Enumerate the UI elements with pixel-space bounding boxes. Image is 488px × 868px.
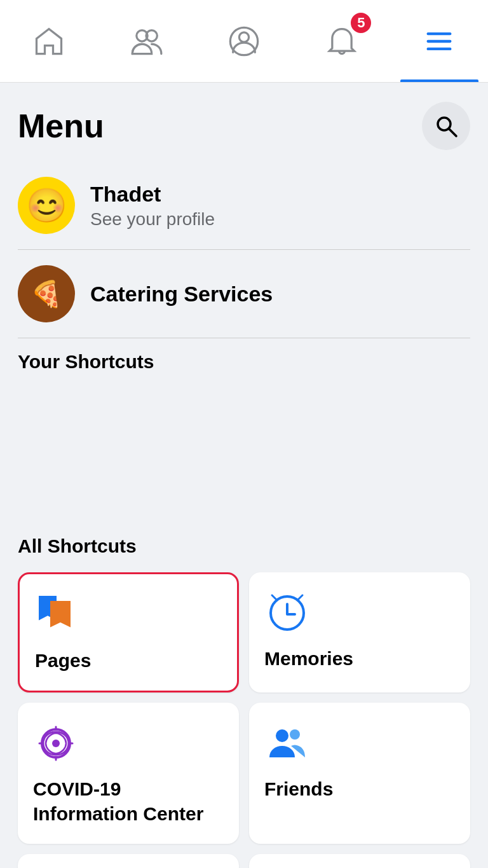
menu-content: Menu 😊 Thadet See your profile 🍕 Caterin [0,83,488,868]
nav-profile[interactable] [195,0,293,82]
pages-icon-wrapper [35,592,81,638]
friends-shortcut-label: Friends [264,776,333,801]
user-avatar: 😊 [18,177,75,234]
memories-icon-wrapper [264,590,310,636]
catering-name: Catering Services [90,282,273,307]
profile-section: 😊 Thadet See your profile 🍕 Catering Ser… [0,162,488,338]
shortcuts-grid: Pages Memories [18,572,470,868]
catering-avatar: 🍕 [18,265,75,322]
menu-header: Menu [0,83,488,162]
all-shortcuts-title: All Shortcuts [18,535,470,557]
memories-icon [267,593,308,633]
nav-home[interactable] [0,0,98,82]
your-shortcuts-section: Your Shortcuts [0,338,488,513]
svg-point-11 [52,740,60,747]
shortcut-marketplace[interactable]: Marketplace [18,854,239,868]
shortcut-groups[interactable]: Groups [249,854,470,868]
shortcuts-empty-area [18,379,470,506]
menu-title: Menu [18,107,104,145]
hamburger-icon [423,25,456,58]
notification-badge: 5 [349,11,372,34]
svg-point-13 [290,729,300,740]
profile-nav-icon [227,25,261,58]
all-shortcuts-section: All Shortcuts Pages [0,513,488,868]
friends-icon-wrapper [264,720,310,766]
user-profile-item[interactable]: 😊 Thadet See your profile [18,162,470,250]
home-icon [32,25,65,58]
shortcut-friends[interactable]: Friends [249,703,470,844]
search-button[interactable] [422,102,470,150]
nav-notifications[interactable]: 5 [293,0,391,82]
svg-rect-4 [427,32,452,34]
pages-icon [39,596,77,634]
shortcut-memories[interactable]: Memories [249,572,470,692]
search-icon [433,113,459,139]
svg-line-8 [449,128,456,136]
svg-point-12 [276,729,288,742]
top-navigation: 5 [0,0,488,83]
svg-point-3 [239,32,248,41]
memories-label: Memories [264,646,353,671]
catering-item[interactable]: 🍕 Catering Services [18,250,470,338]
svg-rect-5 [427,39,452,42]
friends-shortcut-icon [267,723,308,764]
friends-nav-icon [130,25,163,58]
user-profile-info: Thadet See your profile [90,182,215,230]
your-shortcuts-title: Your Shortcuts [18,351,470,373]
shortcut-pages[interactable]: Pages [18,572,239,692]
covid-label: COVID-19 Information Center [33,776,224,826]
pages-label: Pages [35,648,91,673]
nav-friends[interactable] [98,0,196,82]
covid-icon [36,723,76,764]
user-profile-sub: See your profile [90,209,215,230]
covid-icon-wrapper [33,720,79,766]
user-name: Thadet [90,182,215,207]
nav-menu[interactable] [390,0,488,82]
shortcut-covid[interactable]: COVID-19 Information Center [18,703,239,844]
svg-rect-6 [427,47,452,50]
